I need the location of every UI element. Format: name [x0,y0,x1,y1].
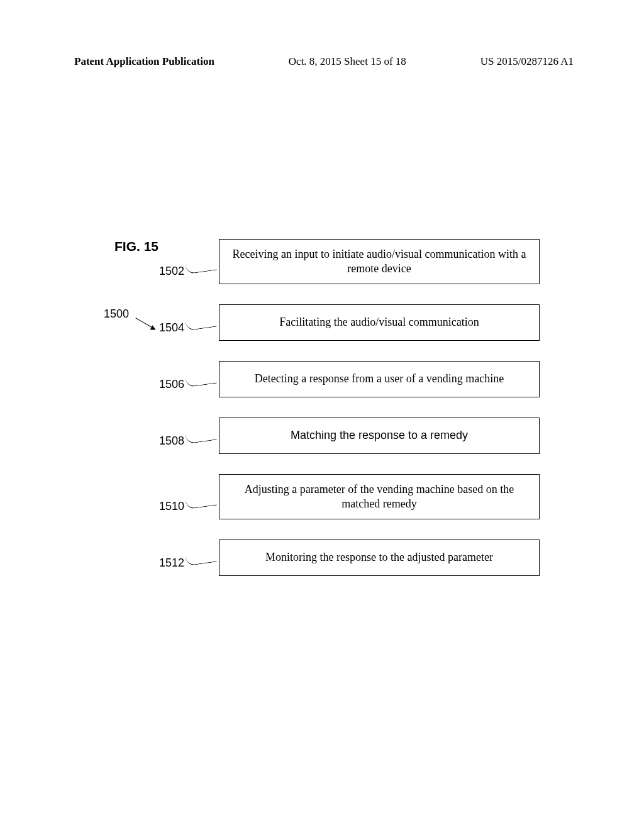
step-1502: 1502 Receiving an input to initiate audi… [219,239,540,284]
step-text: Detecting a response from a user of a ve… [255,372,504,386]
reference-1506: 1506 [159,377,184,392]
leader-line-icon [186,429,217,444]
page-header: Patent Application Publication Oct. 8, 2… [0,55,644,68]
flowchart: 1502 Receiving an input to initiate audi… [219,239,540,596]
reference-1508: 1508 [159,434,184,448]
step-text: Adjusting a parameter of the vending mac… [232,482,526,512]
arrow-1500-icon [130,318,155,340]
leader-line-icon [186,551,217,566]
reference-1510: 1510 [159,499,184,514]
header-patent-number: US 2015/0287126 A1 [480,55,574,68]
leader-line-icon [186,260,217,274]
step-text: Receiving an input to initiate audio/vis… [232,247,526,277]
reference-1504: 1504 [159,321,184,335]
step-1508: 1508 Matching the response to a remedy [219,418,540,454]
reference-1502: 1502 [159,264,184,279]
step-1504: 1504 Facilitating the audio/visual commu… [219,304,540,341]
step-1506: 1506 Detecting a response from a user of… [219,361,540,397]
reference-1500: 1500 [104,307,129,321]
header-publication: Patent Application Publication [74,55,214,68]
step-text: Facilitating the audio/visual communicat… [279,315,479,329]
header-date-sheet: Oct. 8, 2015 Sheet 15 of 18 [289,55,406,68]
leader-line-icon [186,495,217,509]
reference-1512: 1512 [159,556,184,570]
step-1512: 1512 Monitoring the response to the adju… [219,540,540,576]
leader-line-icon [186,316,217,331]
step-text: Matching the response to a remedy [291,428,468,443]
step-text: Monitoring the response to the adjusted … [265,550,493,565]
step-1510: 1510 Adjusting a parameter of the vendin… [219,474,540,519]
leader-line-icon [186,373,217,387]
figure-label: FIG. 15 [114,239,158,254]
